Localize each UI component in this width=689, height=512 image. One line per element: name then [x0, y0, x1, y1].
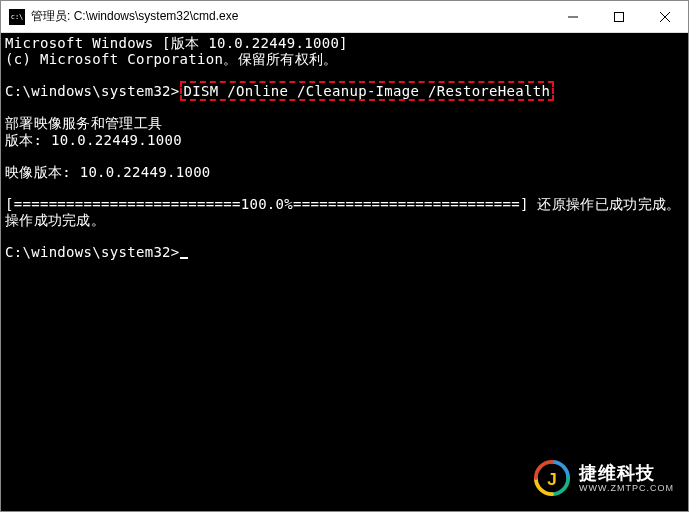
watermark-text: 捷维科技 WWW.ZMTPC.COM [579, 464, 674, 493]
window-titlebar: 管理员: C:\windows\system32\cmd.exe [1, 1, 688, 33]
watermark-logo-icon: J [533, 459, 571, 497]
watermark-cn: 捷维科技 [579, 464, 674, 482]
watermark: J 捷维科技 WWW.ZMTPC.COM [533, 459, 674, 497]
cursor-icon [180, 257, 188, 259]
minimize-button[interactable] [550, 1, 596, 32]
dism-title-line: 部署映像服务和管理工具 [5, 115, 162, 131]
terminal-output[interactable]: Microsoft Windows [版本 10.0.22449.1000] (… [1, 33, 688, 511]
success-line: 操作成功完成。 [5, 212, 105, 228]
image-version-line: 映像版本: 10.0.22449.1000 [5, 164, 211, 180]
os-version-line: Microsoft Windows [版本 10.0.22449.1000] [5, 35, 348, 51]
window-title: 管理员: C:\windows\system32\cmd.exe [31, 8, 550, 25]
prompt-path: C:\windows\system32> [5, 83, 180, 99]
maximize-button[interactable] [596, 1, 642, 32]
svg-rect-1 [615, 12, 624, 21]
watermark-en: WWW.ZMTPC.COM [579, 484, 674, 493]
window-controls [550, 1, 688, 32]
highlighted-command: DISM /Online /Cleanup-Image /RestoreHeal… [180, 81, 555, 101]
copyright-line: (c) Microsoft Corporation。保留所有权利。 [5, 51, 338, 67]
prompt-path-2: C:\windows\system32> [5, 244, 180, 260]
cmd-icon [9, 9, 25, 25]
progress-line: [==========================100.0%=======… [5, 196, 680, 212]
svg-text:J: J [547, 470, 557, 489]
close-button[interactable] [642, 1, 688, 32]
dism-version-line: 版本: 10.0.22449.1000 [5, 132, 182, 148]
